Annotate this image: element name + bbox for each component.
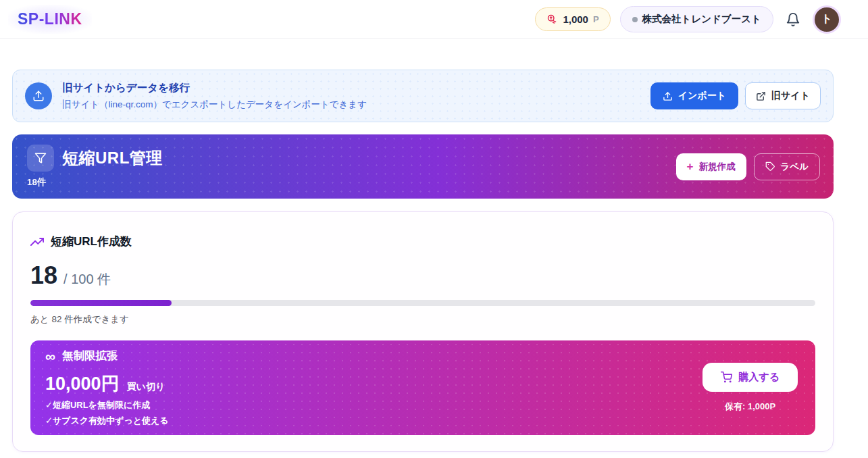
import-button[interactable]: インポート [650, 82, 738, 109]
create-new-button[interactable]: + 新規作成 [676, 153, 746, 180]
old-site-button-label: 旧サイト [771, 90, 810, 102]
url-manager-actions: + 新規作成 ラベル [676, 153, 820, 180]
cart-icon [721, 372, 732, 383]
progress-fill [30, 300, 172, 306]
upload-circle-icon [25, 82, 52, 109]
url-usage-count: 18 / 100 件 [30, 261, 815, 290]
promo-price: 10,000円 [45, 372, 120, 396]
points-value: 1,000 [563, 14, 588, 25]
create-new-button-label: 新規作成 [699, 161, 736, 173]
notifications-button[interactable] [783, 9, 803, 30]
remaining-text: あと 82 件作成できます [30, 313, 815, 326]
import-banner: 旧サイトからデータを移行 旧サイト（line-qr.com）でエクスポートしたデ… [12, 70, 834, 122]
promo-details: ∞ 無制限拡張 10,000円 買い切り ✓短縮URLを無制限に作成 ✓サブスク… [45, 349, 169, 427]
old-site-button[interactable]: 旧サイト [745, 82, 821, 109]
bell-icon [786, 12, 800, 27]
label-button-label: ラベル [781, 161, 809, 173]
buy-button[interactable]: 購入する [703, 363, 798, 392]
points-badge[interactable]: 1,000 P [535, 7, 610, 31]
company-badge[interactable]: 株式会社トレンドブースト [620, 6, 773, 32]
trending-up-icon [30, 235, 44, 249]
points-unit: P [593, 14, 599, 24]
infinity-icon: ∞ [45, 349, 55, 363]
coins-icon [546, 14, 558, 25]
unlimited-promo-card: ∞ 無制限拡張 10,000円 買い切り ✓短縮URLを無制限に作成 ✓サブスク… [30, 340, 815, 435]
promo-price-note: 買い切り [127, 381, 165, 393]
promo-price-row: 10,000円 買い切り [45, 372, 169, 396]
progress-bar [30, 300, 815, 306]
company-name: 株式会社トレンドブースト [642, 13, 761, 26]
promo-feature: ✓短縮URLを無制限に作成 [45, 399, 169, 411]
url-count: 18件 [27, 176, 163, 188]
url-manager-header: 短縮URL管理 18件 + 新規作成 ラベル [12, 134, 834, 199]
label-button[interactable]: ラベル [754, 153, 820, 180]
promo-purchase-area: 購入する 保有: 1,000P [703, 363, 798, 413]
stats-card: 短縮URL作成数 18 / 100 件 あと 82 件作成できます ∞ 無制限拡… [12, 211, 834, 452]
upload-icon [663, 91, 673, 101]
tag-icon [765, 161, 775, 172]
topbar-right-cluster: 1,000 P 株式会社トレンドブースト ト [535, 5, 841, 34]
plus-icon: + [687, 161, 694, 172]
promo-title: 無制限拡張 [62, 349, 118, 363]
app-logo-text: SP-LINK [18, 10, 82, 28]
avatar[interactable]: ト [813, 5, 841, 34]
main-content: 旧サイトからデータを移行 旧サイト（line-qr.com）でエクスポートしたデ… [0, 39, 868, 458]
import-banner-title: 旧サイトからデータを移行 [62, 81, 367, 95]
import-banner-text: 旧サイトからデータを移行 旧サイト（line-qr.com）でエクスポートしたデ… [62, 81, 367, 111]
url-manager-heading: 短縮URL管理 18件 [27, 145, 163, 188]
import-button-label: インポート [678, 90, 726, 102]
page-title: 短縮URL管理 [62, 147, 163, 169]
external-link-icon [756, 91, 766, 101]
import-banner-description: 旧サイト（line-qr.com）でエクスポートしたデータをインポートできます [62, 99, 367, 111]
count-limit: / 100 件 [63, 270, 111, 288]
import-banner-info: 旧サイトからデータを移行 旧サイト（line-qr.com）でエクスポートしたデ… [25, 81, 367, 111]
app-logo[interactable]: SP-LINK [8, 5, 92, 34]
point-balance: 保有: 1,000P [725, 401, 775, 413]
import-banner-actions: インポート 旧サイト [650, 82, 821, 109]
stats-title: 短縮URL作成数 [51, 234, 132, 249]
promo-feature: ✓サブスク有効中ずっと使える [45, 415, 169, 427]
status-dot-icon [632, 17, 638, 22]
buy-button-label: 購入する [738, 371, 780, 384]
stats-title-row: 短縮URL作成数 [30, 234, 815, 249]
avatar-letter: ト [821, 12, 832, 26]
top-header: SP-LINK 1,000 P 株式会社トレンドブースト ト [0, 0, 868, 39]
current-count: 18 [30, 261, 57, 290]
filter-icon [27, 145, 54, 172]
